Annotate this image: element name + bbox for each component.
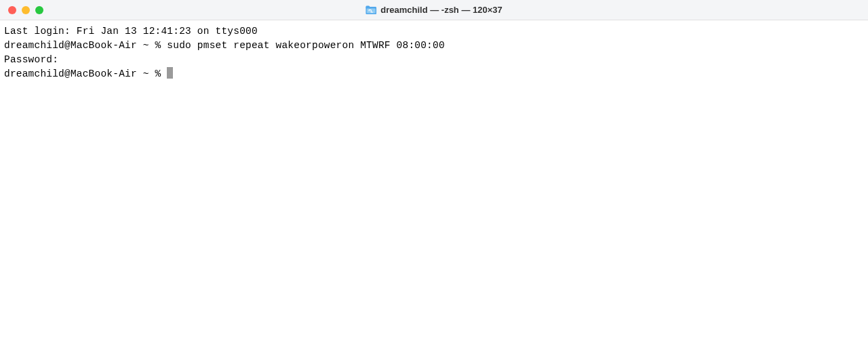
prompt-2: dreamchild@MacBook-Air ~ %: [4, 68, 167, 79]
maximize-button[interactable]: [35, 6, 43, 14]
traffic-lights: [8, 6, 43, 14]
cursor: [167, 67, 173, 79]
svg-rect-1: [366, 5, 370, 8]
window-title-container: dreamchild — -zsh — 120×37: [366, 5, 502, 15]
close-button[interactable]: [8, 6, 16, 14]
terminal-body[interactable]: Last login: Fri Jan 13 12:41:23 on ttys0…: [0, 20, 868, 85]
command-line-1: dreamchild@MacBook-Air ~ % sudo pmset re…: [4, 39, 864, 53]
password-prompt-line: Password:: [4, 53, 864, 67]
command-1: sudo pmset repeat wakeorpoweron MTWRF 08…: [167, 40, 444, 51]
minimize-button[interactable]: [22, 6, 30, 14]
prompt-1: dreamchild@MacBook-Air ~ %: [4, 40, 167, 51]
last-login-line: Last login: Fri Jan 13 12:41:23 on ttys0…: [4, 24, 864, 39]
window-title: dreamchild — -zsh — 120×37: [380, 5, 502, 15]
folder-icon: [366, 5, 376, 15]
command-line-2: dreamchild@MacBook-Air ~ %: [4, 67, 864, 81]
window-titlebar: dreamchild — -zsh — 120×37: [0, 0, 868, 20]
